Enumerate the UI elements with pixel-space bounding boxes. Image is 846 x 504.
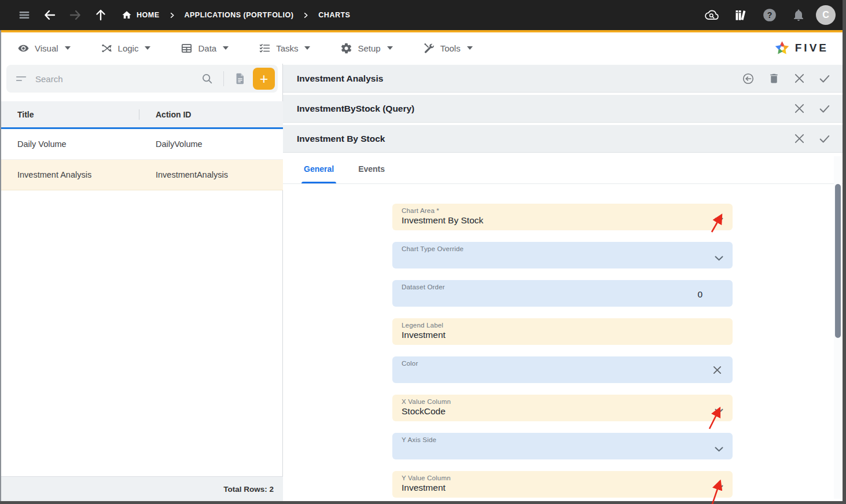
form-fields: Chart Area * Investment By Stock Chart T… [392, 204, 733, 501]
library-books-icon[interactable] [729, 3, 752, 27]
dropdown-caret-icon [223, 46, 229, 50]
field-x-value-column[interactable]: X Value Column StockCode [392, 395, 733, 421]
dropdown-caret-icon [304, 46, 310, 50]
search-input[interactable] [35, 74, 197, 84]
gear-icon [340, 42, 352, 54]
cell-action-id: InvestmentAnalysis [139, 170, 228, 179]
menu-setup-label: Setup [358, 43, 380, 53]
tab-general[interactable]: General [301, 154, 336, 183]
cloud-search-icon[interactable] [700, 3, 723, 27]
dropdown-caret-icon [387, 46, 393, 50]
field-y-axis-side[interactable]: Y Axis Side [392, 433, 733, 459]
avatar-initial: C [822, 10, 829, 20]
dataset-header: Investment By Stock [283, 125, 843, 153]
field-label: Color [402, 360, 723, 367]
menu-tools-label: Tools [440, 43, 461, 53]
menu-tools[interactable]: Tools [423, 42, 473, 54]
menu-items: Visual Logic Data [17, 42, 473, 54]
tab-events[interactable]: Events [356, 154, 387, 183]
save-check-icon[interactable] [815, 99, 834, 119]
chevron-down-icon[interactable] [715, 406, 723, 416]
cell-action-id: DailyVolume [139, 139, 203, 149]
query-title: InvestmentByStock (Query) [297, 104, 414, 114]
checklist-icon [259, 42, 271, 54]
dropdown-caret-icon [65, 46, 71, 50]
field-value: 0 [697, 289, 702, 300]
field-dataset-order[interactable]: Dataset Order 0 [392, 280, 733, 307]
save-check-icon[interactable] [815, 129, 834, 149]
field-label: Chart Type Override [402, 245, 723, 252]
window-border-bottom [0, 501, 846, 504]
dropdown-caret-icon [145, 46, 150, 50]
clear-icon[interactable] [712, 365, 722, 377]
menu-visual-label: Visual [35, 43, 58, 53]
field-label: Chart Area * [402, 207, 723, 214]
back-arrow-icon[interactable] [38, 3, 61, 27]
chevron-down-icon[interactable] [715, 482, 723, 492]
field-label: Dataset Order [402, 284, 723, 290]
tools-icon [423, 42, 435, 54]
table-row-daily-volume[interactable]: Daily Volume DailyVolume [1, 129, 283, 160]
column-header-title[interactable]: Title [1, 110, 139, 119]
close-icon[interactable] [789, 69, 809, 89]
breadcrumb-home[interactable]: HOME [122, 10, 160, 20]
forward-arrow-icon[interactable] [64, 3, 87, 27]
help-icon[interactable]: ? [758, 3, 781, 27]
toolbar-divider [223, 71, 224, 86]
menu-logic-label: Logic [118, 43, 139, 53]
field-chart-type-override[interactable]: Chart Type Override [392, 242, 733, 268]
brand-wordmark: FIVE [795, 42, 829, 54]
revert-icon[interactable] [738, 69, 758, 89]
breadcrumb-charts[interactable]: CHARTS [318, 11, 350, 19]
field-value: Investment By Stock [402, 215, 723, 226]
menu-visual[interactable]: Visual [17, 42, 71, 54]
tab-events-label: Events [358, 164, 385, 174]
menu-tasks[interactable]: Tasks [259, 42, 310, 54]
menu-data[interactable]: Data [181, 42, 229, 54]
chevron-down-icon[interactable] [715, 444, 723, 454]
save-check-icon[interactable] [815, 69, 834, 89]
main-content: + Title Action ID Daily Volume DailyVolu… [1, 64, 843, 501]
delete-icon[interactable] [764, 69, 784, 89]
field-legend-label[interactable]: Legend Label Investment [392, 318, 733, 345]
table-footer: Total Rows: 2 [1, 476, 283, 501]
user-avatar[interactable]: C [816, 5, 836, 25]
chevron-right-icon [169, 12, 175, 19]
column-header-action-id[interactable]: Action ID [139, 110, 191, 119]
chevron-down-icon[interactable] [715, 253, 723, 263]
document-icon[interactable] [230, 68, 251, 89]
chevron-down-icon[interactable] [715, 215, 723, 225]
field-color[interactable]: Color [392, 356, 733, 383]
top-bar-left: HOME APPLICATIONS (PORTFOLIO) CHARTS [13, 3, 350, 27]
record-header-actions [738, 69, 834, 89]
breadcrumb-applications[interactable]: APPLICATIONS (PORTFOLIO) [185, 11, 294, 19]
close-icon[interactable] [789, 99, 809, 119]
app-window: HOME APPLICATIONS (PORTFOLIO) CHARTS [0, 0, 846, 504]
notifications-bell-icon[interactable] [787, 3, 810, 27]
search-bar: + [6, 65, 278, 93]
scrollbar-thumb[interactable] [835, 184, 841, 338]
chevron-right-icon [303, 12, 309, 19]
menu-logic[interactable]: Logic [101, 42, 151, 54]
cell-title: Investment Analysis [1, 170, 139, 179]
table-row-investment-analysis[interactable]: Investment Analysis InvestmentAnalysis [1, 160, 283, 190]
breadcrumb-charts-label: CHARTS [318, 11, 350, 19]
dataset-title: Investment By Stock [297, 134, 385, 144]
field-chart-area[interactable]: Chart Area * Investment By Stock [392, 204, 733, 230]
add-record-button[interactable]: + [253, 68, 275, 90]
close-icon[interactable] [789, 129, 809, 149]
field-label: Y Value Column [402, 474, 723, 481]
field-value: StockCode [402, 406, 723, 417]
menu-bar: Visual Logic Data [1, 32, 843, 64]
field-y-value-column[interactable]: Y Value Column Investment [392, 471, 733, 498]
search-icon[interactable] [197, 68, 218, 89]
form-scroll-area: Chart Area * Investment By Stock Chart T… [283, 184, 843, 501]
field-label: X Value Column [402, 398, 723, 405]
query-header-actions [789, 99, 834, 119]
query-header: InvestmentByStock (Query) [283, 95, 843, 123]
menu-setup[interactable]: Setup [340, 42, 392, 54]
hamburger-menu-icon[interactable] [13, 3, 36, 27]
menu-tasks-label: Tasks [276, 43, 298, 53]
up-arrow-icon[interactable] [89, 3, 112, 27]
field-label: Y Axis Side [402, 436, 723, 443]
